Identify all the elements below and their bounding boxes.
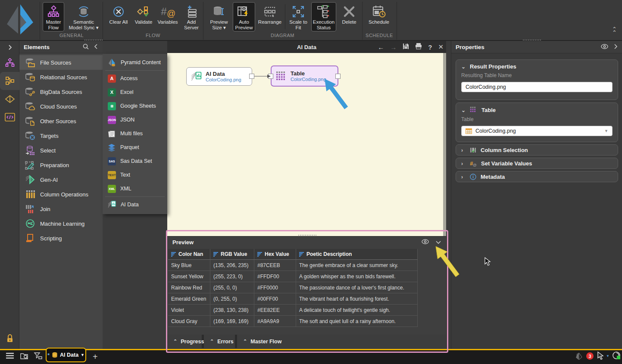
document-tab-ai-data[interactable]: * AI Data ▼ [46,348,86,362]
data-filter-icon[interactable] [34,352,42,361]
table-row[interactable]: Violet (238, 130, 238) #EE82EE A delicat… [168,305,418,316]
pointer-dropdown-icon[interactable]: ▼ [606,354,609,358]
element-item-machine-learning[interactable]: Machine Learning [19,216,103,231]
canvas-scrollbar[interactable] [443,53,446,236]
expand-panel-button[interactable] [0,41,19,54]
redo-icon[interactable]: → [390,44,397,51]
search-icon[interactable] [83,44,89,51]
pyramid-logo [6,3,34,38]
element-item-join[interactable]: Join [19,202,103,216]
element-item-label: Machine Learning [40,221,84,227]
submenu-item-label: XML [120,186,131,192]
flow-canvas[interactable]: AI Data ColorCoding.png Table ColorCodin… [167,53,446,236]
chevron-down-icon: ⌄ [461,107,466,113]
table-row[interactable]: Sky Blue (135, 206, 235) #87CEEB The gen… [168,260,418,271]
resulting-table-name-input[interactable]: ColorCoding.png [461,82,613,92]
scale-to-fit-button[interactable]: Scale to Fit [287,2,309,31]
chevron-right-icon: › [461,161,466,167]
help-icon[interactable]: ? [428,44,432,51]
submenu-item-parquet[interactable]: Parquet [103,140,167,154]
table-section-header[interactable]: ⌄ Table [456,103,618,115]
tab-progress[interactable]: ⌃Progress [167,335,202,348]
table-row[interactable]: Emerald Green (0, 255, 0) #00FF00 The vi… [168,293,418,305]
submenu-item-text[interactable]: TEXT Text [103,168,167,182]
element-item-file-sources[interactable]: File Sources [19,55,103,70]
undo-icon[interactable]: ← [378,44,384,51]
master-flow-button[interactable]: Master Flow [43,2,64,31]
new-tab-button[interactable]: + [93,352,98,362]
element-item-preparation[interactable]: Preparation [19,158,103,172]
element-item-cloud-sources[interactable]: Cloud Sources [19,99,103,114]
element-item-gen-ai[interactable]: Gen-AI [19,172,103,187]
lock-icon[interactable] [0,334,19,343]
save-icon[interactable] [403,43,409,51]
element-item-bigdata-sources[interactable]: BigData Sources [19,84,103,99]
rail-code-icon[interactable] [0,108,19,126]
execution-status-button[interactable]: Execution Status [311,2,336,31]
submenu-item-ai-data[interactable]: AI Data [103,198,167,212]
table-row[interactable]: Cloud Gray (169, 169, 169) #A9A9A9 The s… [168,316,418,327]
submenu-item-excel[interactable]: X Excel [103,85,167,99]
pointer-tool-icon[interactable] [597,352,604,361]
connection-status-icon[interactable] [612,351,621,361]
preview-eye-icon[interactable] [422,239,429,246]
node-output-port[interactable] [335,74,341,79]
auto-preview-button[interactable]: Auto Preview [233,2,255,31]
element-item-scripting[interactable]: Scripting [19,231,103,246]
set-variable-values-section[interactable]: › #@ Set Variable Values [456,158,618,169]
variables-button[interactable]: #@ Variables [156,2,179,31]
submenu-item-xml[interactable]: XML XML [103,182,167,196]
tab-master-flow[interactable]: ⌃Master Flow [237,335,446,348]
table-row[interactable]: Sunset Yellow (255, 223, 0) #FFDF00 A go… [168,271,418,282]
node-output-port[interactable] [249,74,254,79]
collapse-ribbon-button[interactable]: ⌃⌃ [612,28,617,34]
submenu-separator [105,70,165,71]
submenu-item-json[interactable]: JSON JSON [103,113,167,127]
element-item-label: Select [40,147,56,154]
submenu-item-access[interactable]: A Access [103,72,167,85]
node-ai-data[interactable]: AI Data ColorCoding.png [186,67,252,86]
element-item-column-operations[interactable]: Column Operations [19,187,103,202]
print-icon[interactable] [415,43,422,51]
node-table[interactable]: Table ColorCoding.png [271,65,338,87]
element-item-targets[interactable]: Targets [19,128,103,143]
schedule-button[interactable]: Schedule [366,2,391,31]
collapse-properties-icon[interactable] [613,44,618,50]
preview-size-button[interactable]: Preview Size ▾ [206,2,231,31]
close-icon[interactable]: ✕ [438,43,444,51]
properties-eye-icon[interactable] [601,44,608,50]
rearrange-button[interactable]: Rearrange [256,2,283,31]
rail-master-flow-icon[interactable] [0,54,19,72]
notification-badge[interactable]: 3 [586,352,594,360]
element-item-select[interactable]: Select [19,143,103,158]
content-explorer-icon[interactable] [20,352,29,361]
rail-data-flow-icon[interactable] [0,72,19,90]
collapse-elements-icon[interactable] [94,44,98,50]
submenu-item-google-sheets[interactable]: ⊞ Google Sheets [103,99,167,113]
preview-resize-grip[interactable] [298,235,316,236]
submenu-item-pyramid-content[interactable]: Pyramid Content [103,56,167,69]
submenu-item-label: AI Data [121,202,139,208]
clear-all-button[interactable]: Clear All [106,2,131,31]
table-dropdown[interactable]: ColorCoding.png ▼ [461,126,613,136]
node-input-port[interactable] [268,74,273,79]
delete-button[interactable]: Delete [339,2,359,31]
result-properties-header[interactable]: ⌄ Result Properties [456,60,618,72]
element-item-other-sources[interactable]: Other Sources [19,114,103,128]
column-selection-section[interactable]: › Column Selection [456,144,618,156]
menu-icon[interactable] [6,352,14,361]
element-item-relational-sources[interactable]: Relational Sources [19,70,103,84]
add-server-button[interactable]: Add Server [181,2,202,31]
submenu-item-sas-data-set[interactable]: SAS Sas Data Set [103,154,167,168]
submenu-item-multi-files[interactable]: Multi files [103,127,167,140]
rail-model-icon[interactable] [0,90,19,108]
metadata-section[interactable]: › Metadata [456,171,618,182]
semantic-model-sync-button[interactable]: Semantic Model Sync ▾ [66,2,101,31]
preview-collapse-icon[interactable] [436,239,441,246]
preview-table-header[interactable]: Color Nan RGB Value Hex Value Poetic Des… [168,249,418,260]
tab-errors[interactable]: ⌃Errors [204,335,235,348]
validate-button[interactable]: Validate [132,2,155,31]
pyramid-status-icon[interactable] [575,352,583,362]
svg-text:@: @ [167,9,175,18]
table-row[interactable]: Rainbow Red (255, 0, 0) #FF0000 The pass… [168,282,418,293]
